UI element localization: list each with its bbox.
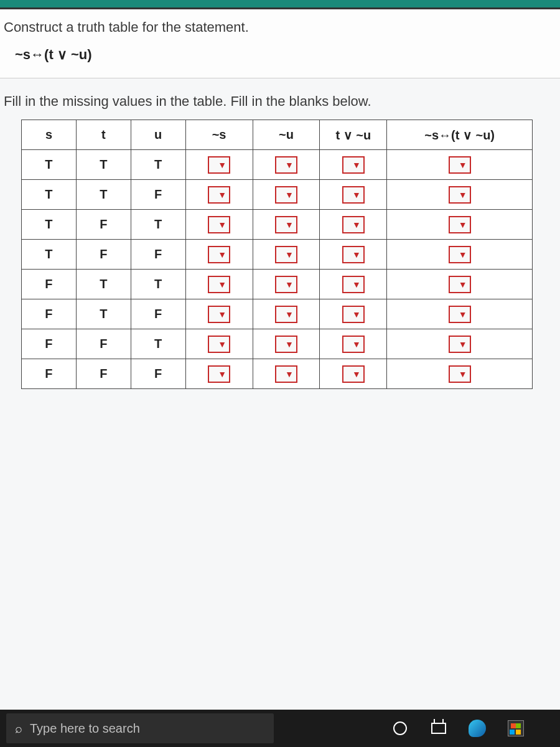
answer-dropdown[interactable]: [449, 365, 471, 383]
taskbar-right-group: [390, 710, 555, 747]
cell-ns: [185, 270, 253, 299]
answer-dropdown[interactable]: [342, 336, 365, 353]
answer-dropdown[interactable]: [275, 306, 297, 323]
cell-u: F: [131, 180, 185, 210]
answer-dropdown[interactable]: [208, 336, 230, 353]
cell-final: [387, 270, 533, 299]
cell-final: [387, 180, 533, 210]
answer-dropdown[interactable]: [275, 186, 297, 204]
table-row: TTT: [22, 150, 533, 180]
answer-dropdown[interactable]: [208, 306, 230, 323]
cell-s: F: [22, 270, 77, 299]
cell-nu: [253, 150, 320, 180]
app-window: Construct a truth table for the statemen…: [0, 7, 560, 747]
monitor-frame: Construct a truth table for the statemen…: [0, 0, 560, 747]
answer-dropdown[interactable]: [342, 216, 365, 233]
cell-ns: [185, 359, 253, 389]
cell-u: F: [131, 359, 185, 389]
answer-dropdown[interactable]: [275, 276, 297, 293]
logic-expression: ~s↔(t ∨ ~u): [15, 47, 554, 63]
cell-u: T: [131, 329, 185, 359]
task-view-icon[interactable]: [428, 718, 449, 739]
cell-ns: [185, 210, 253, 240]
cell-s: T: [22, 150, 77, 180]
cell-t: F: [76, 240, 131, 270]
cell-t: F: [76, 210, 131, 240]
cell-nu: [253, 180, 320, 210]
cell-s: T: [22, 210, 77, 240]
table-row: TFT: [22, 210, 533, 240]
cell-ns: [185, 180, 253, 210]
cortana-icon[interactable]: [390, 718, 411, 739]
cell-t: T: [76, 299, 131, 329]
header-t-or-not-u: t ∨ ~u: [320, 120, 387, 150]
cell-t: T: [76, 270, 131, 299]
cell-nu: [253, 210, 320, 240]
answer-dropdown[interactable]: [275, 156, 297, 174]
cell-s: F: [22, 299, 77, 329]
truth-table: s t u ~s ~u t ∨ ~u ~s↔(t ∨ ~u) TTTTTFTFT…: [21, 120, 533, 389]
cell-nu: [253, 359, 320, 389]
answer-dropdown[interactable]: [449, 276, 471, 293]
answer-dropdown[interactable]: [208, 216, 230, 233]
answer-dropdown[interactable]: [275, 336, 297, 353]
table-row: FTT: [22, 270, 533, 299]
cell-nu: [253, 240, 320, 270]
taskbar-overflow: [544, 710, 551, 747]
cell-tvnu: [320, 210, 387, 240]
answer-dropdown[interactable]: [208, 365, 230, 383]
answer-dropdown[interactable]: [275, 365, 297, 383]
problem-section: Construct a truth table for the statemen…: [0, 9, 560, 78]
answer-dropdown[interactable]: [449, 216, 471, 233]
cell-s: T: [22, 180, 77, 210]
answer-dropdown[interactable]: [449, 336, 471, 353]
cell-u: T: [131, 150, 185, 180]
microsoft-store-icon[interactable]: [505, 718, 526, 739]
header-not-u: ~u: [253, 120, 320, 150]
edge-browser-icon[interactable]: [467, 718, 488, 739]
cell-u: T: [131, 270, 185, 299]
cell-tvnu: [320, 150, 387, 180]
cell-tvnu: [320, 180, 387, 210]
answer-dropdown[interactable]: [449, 186, 471, 204]
answer-dropdown[interactable]: [275, 246, 297, 263]
cell-t: T: [76, 150, 131, 180]
cell-ns: [185, 150, 253, 180]
answer-dropdown[interactable]: [342, 306, 365, 323]
answer-dropdown[interactable]: [275, 216, 297, 233]
cell-tvnu: [320, 299, 387, 329]
answer-dropdown[interactable]: [342, 186, 365, 204]
cell-u: F: [131, 299, 185, 329]
table-row: FFF: [22, 359, 533, 389]
cell-s: F: [22, 359, 77, 389]
answer-dropdown[interactable]: [449, 246, 471, 263]
answer-dropdown[interactable]: [208, 156, 230, 174]
table-row: TFF: [22, 240, 533, 270]
table-row: TTF: [22, 180, 533, 210]
answer-dropdown[interactable]: [208, 276, 230, 293]
cell-final: [387, 329, 533, 359]
answer-dropdown[interactable]: [342, 246, 365, 263]
taskbar-search[interactable]: ⌕ Type here to search: [6, 713, 274, 743]
answer-dropdown[interactable]: [342, 156, 365, 174]
answer-dropdown[interactable]: [208, 186, 230, 204]
answer-dropdown[interactable]: [449, 156, 471, 174]
cell-u: F: [131, 240, 185, 270]
cell-u: T: [131, 210, 185, 240]
answer-dropdown[interactable]: [449, 306, 471, 323]
header-not-s: ~s: [185, 120, 253, 150]
cell-final: [387, 359, 533, 389]
cell-tvnu: [320, 240, 387, 270]
header-s: s: [22, 120, 77, 150]
answer-dropdown[interactable]: [208, 246, 230, 263]
table-header-row: s t u ~s ~u t ∨ ~u ~s↔(t ∨ ~u): [22, 120, 533, 150]
answer-dropdown[interactable]: [342, 365, 365, 383]
cell-nu: [253, 329, 320, 359]
search-placeholder: Type here to search: [30, 721, 140, 736]
table-row: FFT: [22, 329, 533, 359]
answer-dropdown[interactable]: [342, 276, 365, 293]
cell-tvnu: [320, 329, 387, 359]
header-t: t: [76, 120, 131, 150]
cell-tvnu: [320, 270, 387, 299]
cell-nu: [253, 299, 320, 329]
